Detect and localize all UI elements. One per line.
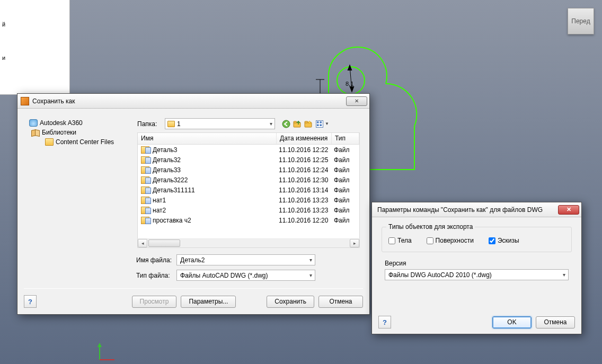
svg-rect-10 <box>320 121 322 123</box>
save-button[interactable]: Сохранить <box>267 296 314 308</box>
file-icon <box>141 207 149 214</box>
file-name: Деталь33 <box>152 166 277 174</box>
file-name: Деталь311111 <box>152 187 277 194</box>
file-date: 11.10.2016 12:30 <box>277 176 332 184</box>
scroll-left-button[interactable]: ◂ <box>138 239 147 247</box>
tree-item-libraries[interactable]: Библиотеки <box>29 128 128 137</box>
checkbox-bodies-input[interactable] <box>388 237 395 244</box>
location-tree[interactable]: Autodesk A360 Библиотеки Content Center … <box>29 118 128 147</box>
checkbox-sketches-input[interactable] <box>489 237 495 244</box>
checkbox-sketches[interactable]: Эскизы <box>489 237 519 244</box>
axes-gizmo <box>94 342 116 363</box>
tree-item-label: Content Center Files <box>56 138 114 146</box>
file-date: 11.10.2016 12:22 <box>277 146 332 154</box>
file-row[interactable]: нат211.10.2016 13:23Файл <box>138 205 359 215</box>
filetype-label: Тип файла: <box>136 272 176 279</box>
file-type: Файл <box>332 197 359 204</box>
scroll-thumb[interactable] <box>148 239 180 247</box>
export-types-group: Типы объектов для экспорта Тела Поверхно… <box>382 227 572 252</box>
file-icon <box>141 146 149 154</box>
col-name[interactable]: Имя <box>138 133 277 144</box>
options-button[interactable]: Параметры... <box>181 296 236 308</box>
scroll-track[interactable] <box>147 239 350 247</box>
titlebar[interactable]: Параметры команды "Сохранить как" для фа… <box>372 202 581 217</box>
file-name: нат1 <box>152 197 277 204</box>
new-folder-button[interactable] <box>304 119 313 129</box>
tree-item-label: Autodesk A360 <box>40 119 83 127</box>
dwg-options-dialog: Параметры команды "Сохранить как" для фа… <box>371 202 582 334</box>
file-icon <box>141 187 149 194</box>
folder-label: Папка: <box>137 120 162 128</box>
col-type[interactable]: Тип <box>332 133 359 144</box>
close-button[interactable]: ✕ <box>558 205 579 215</box>
file-type: Файл <box>332 217 359 224</box>
svg-rect-12 <box>320 124 322 126</box>
app-icon <box>21 97 29 105</box>
cancel-button[interactable]: Отмена <box>318 296 363 308</box>
file-row[interactable]: Деталь3311.10.2016 12:24Файл <box>138 165 359 175</box>
folder-select[interactable]: 1 <box>165 118 275 129</box>
filetype-select[interactable]: Файлы AutoCAD DWG (*.dwg) <box>176 270 315 281</box>
help-button[interactable]: ? <box>24 295 37 308</box>
tree-item-content-center[interactable]: Content Center Files <box>29 137 128 147</box>
file-row[interactable]: Деталь3211.10.2016 12:25Файл <box>138 155 359 165</box>
file-icon <box>141 176 149 184</box>
file-row[interactable]: Деталь322211.10.2016 12:30Файл <box>138 175 359 185</box>
version-select[interactable]: Файлы DWG AutoCAD 2010 (*.dwg) <box>385 269 569 280</box>
dialog-title: Сохранить как <box>32 97 346 105</box>
dialog-title: Параметры команды "Сохранить как" для фа… <box>375 206 558 214</box>
viewcube[interactable]: Перед <box>568 8 594 34</box>
filename-input[interactable]: Деталь2 <box>176 254 315 265</box>
tree-item-label: Библиотеки <box>42 129 76 136</box>
cancel-button[interactable]: Отмена <box>536 316 575 329</box>
version-value: Файлы DWG AutoCAD 2010 (*.dwg) <box>388 271 492 279</box>
book-icon <box>31 129 40 136</box>
preview-button[interactable]: Просмотр <box>132 296 177 308</box>
svg-rect-5 <box>294 121 297 123</box>
ok-button[interactable]: OK <box>492 316 532 329</box>
file-row[interactable]: проставка ч211.10.2016 12:20Файл <box>138 215 359 225</box>
col-date[interactable]: Дата изменения <box>277 133 332 144</box>
nav-back-button[interactable] <box>281 119 291 129</box>
nav-up-button[interactable] <box>293 119 302 129</box>
dimension-value: 8,1 <box>346 81 353 87</box>
view-menu-dropdown-icon[interactable]: ▼ <box>325 121 329 126</box>
checkbox-bodies[interactable]: Тела <box>388 237 412 244</box>
left-panel-text-1: й <box>2 21 5 28</box>
group-title: Типы объектов для экспорта <box>386 223 475 230</box>
scroll-right-button[interactable]: ▸ <box>350 239 359 247</box>
checkbox-surfaces-input[interactable] <box>427 237 433 244</box>
left-panel-fragment: й и <box>0 0 70 95</box>
filename-value: Деталь2 <box>180 256 205 264</box>
folder-value: 1 <box>177 120 181 128</box>
svg-point-3 <box>282 120 290 128</box>
save-as-dialog: Сохранить как ✕ Autodesk A360 Библиотеки… <box>17 93 370 315</box>
file-type: Файл <box>332 187 359 194</box>
file-type: Файл <box>332 176 359 184</box>
file-icon <box>141 197 149 204</box>
close-button[interactable]: ✕ <box>346 96 367 106</box>
file-list-hscroll[interactable]: ◂ ▸ <box>137 238 360 248</box>
file-row[interactable]: нат111.10.2016 13:23Файл <box>138 195 359 205</box>
file-list[interactable]: Имя Дата изменения Тип Деталь311.10.2016… <box>137 132 360 238</box>
titlebar[interactable]: Сохранить как ✕ <box>17 94 369 109</box>
help-button[interactable]: ? <box>378 316 391 329</box>
view-menu-button[interactable] <box>315 119 324 129</box>
checkbox-surfaces[interactable]: Поверхности <box>427 237 474 244</box>
filename-label: Имя файла: <box>136 256 176 264</box>
svg-rect-9 <box>317 121 319 123</box>
file-date: 11.10.2016 12:20 <box>277 217 332 224</box>
tree-item-a360[interactable]: Autodesk A360 <box>29 118 128 128</box>
file-list-header[interactable]: Имя Дата изменения Тип <box>138 133 359 145</box>
folder-icon <box>45 138 54 146</box>
file-name: проставка ч2 <box>152 217 277 224</box>
left-panel-text-2: и <box>2 55 5 61</box>
file-type: Файл <box>332 166 359 174</box>
file-row[interactable]: Деталь311.10.2016 12:22Файл <box>138 145 359 155</box>
version-label: Версия <box>385 260 576 267</box>
file-name: нат2 <box>152 207 277 214</box>
file-name: Деталь3222 <box>152 176 277 184</box>
filetype-value: Файлы AutoCAD DWG (*.dwg) <box>180 272 268 279</box>
file-row[interactable]: Деталь31111111.10.2016 13:14Файл <box>138 185 359 195</box>
file-date: 11.10.2016 12:24 <box>277 166 332 174</box>
